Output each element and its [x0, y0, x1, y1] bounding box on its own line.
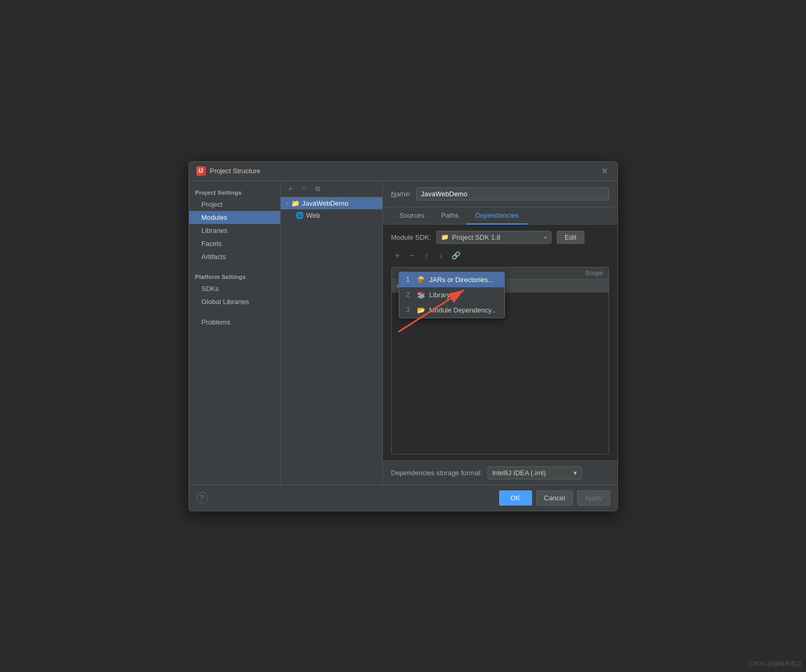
footer-right: OK Cancel Apply	[499, 490, 610, 506]
popup-item-jars[interactable]: 1 📦 JARs or Directories...	[399, 272, 504, 287]
module-folder-icon: 📁	[291, 199, 300, 207]
dialog-title: Project Structure	[210, 167, 261, 175]
dialog-footer: ? OK Cancel Apply	[189, 485, 617, 511]
remove-dep-button[interactable]: −	[406, 249, 418, 262]
sdk-row: Module SDK: 📁 Project SDK 1.8 ▾ Edit	[391, 231, 609, 244]
library-icon: 📚	[417, 291, 425, 299]
project-settings-label: Project Settings	[189, 186, 280, 198]
storage-chevron-down-icon: ▾	[573, 469, 577, 477]
sidebar-item-libraries[interactable]: Libraries	[189, 224, 280, 237]
sdk-dropdown[interactable]: 📁 Project SDK 1.8 ▾	[436, 231, 551, 244]
right-panel: Name: Sources Paths Dependencies	[383, 181, 617, 485]
tree-copy-button[interactable]: ⧉	[312, 183, 324, 195]
tab-dependencies[interactable]: Dependencies	[467, 207, 527, 225]
sidebar-item-facets[interactable]: Facets	[189, 237, 280, 250]
sidebar: Project Settings Project Modules Librari…	[189, 181, 281, 485]
web-label: Web	[306, 211, 321, 219]
apply-button[interactable]: Apply	[577, 490, 610, 506]
tabs-bar: Sources Paths Dependencies	[383, 207, 617, 225]
sidebar-item-problems[interactable]: Problems	[189, 316, 280, 329]
popup-item-jars-label: JARs or Directories...	[429, 276, 494, 284]
app-icon: IJ	[196, 166, 206, 176]
tree-item-javawebdemo[interactable]: ▾ 📁 JavaWebDemo	[281, 197, 382, 209]
close-button[interactable]: ✕	[599, 166, 610, 176]
tab-sources[interactable]: Sources	[391, 207, 433, 225]
storage-format-text: IntelliJ IDEA (.iml)	[492, 469, 570, 477]
dep-toolbar: + − ↑ ↓ 🔗	[391, 249, 609, 262]
module-tree-panel: + − ⧉ ▾ 📁 JavaWebDemo 🌐 Web	[281, 181, 383, 485]
project-structure-dialog: IJ Project Structure ✕ Project Settings …	[189, 161, 618, 511]
module-name: JavaWebDemo	[302, 199, 349, 207]
popup-item-module-dep[interactable]: 3 📂 Module Dependency...	[399, 303, 504, 318]
popup-item-module-dep-label: Module Dependency...	[429, 306, 497, 314]
tree-toolbar: + − ⧉	[281, 181, 382, 197]
popup-item-library[interactable]: 2 📚 Library...	[399, 287, 504, 303]
storage-format-dropdown[interactable]: IntelliJ IDEA (.iml) ▾	[488, 466, 582, 479]
dialog-body: Project Settings Project Modules Librari…	[189, 181, 617, 485]
sidebar-item-artifacts[interactable]: Artifacts	[189, 250, 280, 263]
module-dep-icon: 📂	[417, 306, 425, 314]
link-button[interactable]: 🔗	[450, 249, 462, 262]
storage-row: Dependencies storage format: IntelliJ ID…	[383, 461, 617, 485]
title-bar: IJ Project Structure ✕	[189, 162, 617, 181]
ok-button[interactable]: OK	[499, 490, 532, 506]
watermark: CSDN @猫猫村晨总	[749, 660, 802, 668]
move-up-button[interactable]: ↑	[421, 249, 433, 262]
tab-paths[interactable]: Paths	[433, 207, 467, 225]
move-down-button[interactable]: ↓	[435, 249, 448, 262]
tree-item-web[interactable]: 🌐 Web	[281, 209, 382, 221]
add-dep-button[interactable]: +	[391, 249, 404, 262]
tree-remove-button[interactable]: −	[299, 183, 310, 195]
name-input[interactable]	[416, 187, 609, 200]
sdk-folder-icon: 📁	[441, 233, 449, 241]
title-bar-left: IJ Project Structure	[196, 166, 261, 176]
help-button[interactable]: ?	[196, 492, 208, 503]
popup-item-num-3: 3	[406, 306, 413, 313]
sidebar-item-global-libraries[interactable]: Global Libraries	[189, 295, 280, 308]
edit-sdk-button[interactable]: Edit	[557, 231, 584, 244]
sidebar-item-sdks[interactable]: SDKs	[189, 282, 280, 295]
web-icon: 🌐	[295, 211, 304, 219]
jar-icon: 📦	[417, 276, 425, 284]
sdk-label: Module SDK:	[391, 233, 432, 241]
sidebar-item-modules[interactable]: Modules	[189, 211, 280, 224]
popup-item-library-label: Library...	[429, 291, 456, 299]
sdk-dropdown-text: Project SDK 1.8	[452, 233, 541, 241]
tree-chevron-icon: ▾	[286, 200, 289, 206]
content-area: Module SDK: 📁 Project SDK 1.8 ▾ Edit + −…	[383, 225, 617, 461]
dep-col-scope-label: Scope	[551, 270, 603, 277]
platform-settings-label: Platform Settings	[189, 271, 280, 282]
cancel-button[interactable]: Cancel	[536, 490, 573, 506]
tree-add-button[interactable]: +	[285, 183, 296, 195]
popup-item-num-2: 2	[406, 291, 413, 298]
footer-left: ?	[196, 492, 208, 503]
storage-label: Dependencies storage format:	[391, 469, 482, 477]
add-dependency-popup: 1 📦 JARs or Directories... 2 📚 Library..…	[399, 272, 505, 318]
name-field-label: Name:	[391, 190, 411, 198]
sidebar-item-project[interactable]: Project	[189, 198, 280, 211]
chevron-down-icon: ▾	[544, 234, 547, 240]
name-bar: Name:	[383, 181, 617, 207]
popup-item-num-1: 1	[406, 276, 413, 283]
